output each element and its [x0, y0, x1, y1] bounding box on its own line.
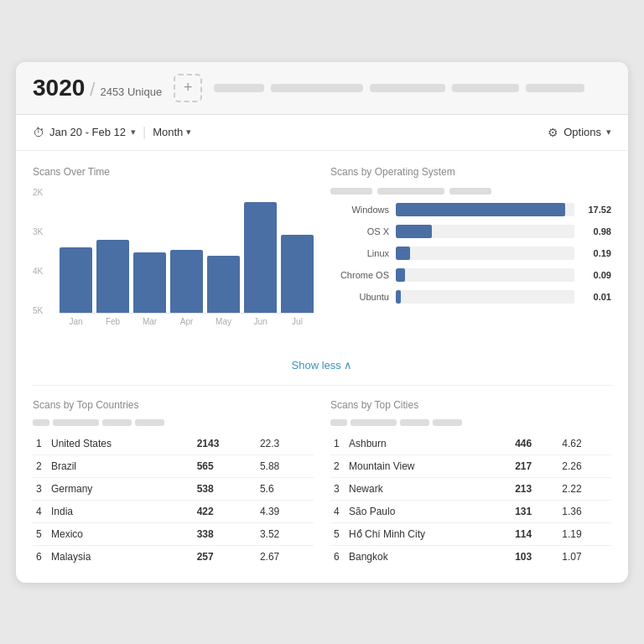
os-legend-pill-2 — [377, 188, 444, 195]
cities-hpill-4 — [433, 419, 462, 426]
pct-cell: 4.39 — [257, 500, 314, 522]
table-row: 1 United States 2143 22.3 — [33, 433, 314, 455]
os-bar-fill — [396, 203, 565, 216]
bar-rect — [170, 250, 203, 313]
rank-cell: 4 — [33, 500, 48, 522]
count-cell: 103 — [512, 545, 558, 568]
os-value: 0.98 — [581, 226, 611, 236]
tables-row: Scans by Top Countries 1 United States 2… — [33, 399, 611, 568]
scans-over-time-title: Scans Over Time — [33, 166, 314, 178]
countries-hpill-1 — [33, 419, 49, 426]
os-value: 17.52 — [581, 205, 611, 215]
pct-cell: 2.26 — [558, 454, 611, 477]
os-row: Windows 17.52 — [330, 203, 611, 216]
rank-cell: 2 — [33, 454, 48, 477]
name-cell: Mexico — [48, 522, 194, 545]
countries-hpill-4 — [135, 419, 164, 426]
rank-cell: 6 — [33, 545, 48, 568]
os-bar-track — [396, 268, 574, 282]
os-legend-pill-1 — [330, 188, 372, 195]
count-cell: 217 — [512, 454, 558, 477]
pct-cell: 1.19 — [558, 522, 611, 545]
os-value: 0.01 — [581, 292, 611, 302]
bar-item — [207, 188, 240, 313]
rank-cell: 4 — [330, 500, 345, 522]
granularity-filter[interactable]: Month ▾ — [153, 126, 191, 138]
unique-scans: 2453 Unique — [100, 86, 162, 98]
rank-cell: 6 — [330, 545, 345, 568]
count-cell: 131 — [512, 500, 558, 522]
date-range-filter[interactable]: ⏱ Jan 20 - Feb 12 ▾ — [33, 126, 136, 139]
scans-by-os-chart: Scans by Operating System Windows 17.52 … — [330, 166, 611, 339]
countries-title: Scans by Top Countries — [33, 399, 314, 411]
bar-rect — [96, 240, 129, 313]
table-row: 2 Brazil 565 5.88 — [33, 454, 314, 477]
table-row: 2 Mountain View 217 2.26 — [330, 454, 611, 477]
pct-cell: 1.07 — [558, 545, 611, 568]
bar-item — [244, 188, 277, 313]
os-row: OS X 0.98 — [330, 225, 611, 238]
header: 3020 / 2453 Unique + — [16, 62, 628, 115]
name-cell: Hồ Chí Minh City — [345, 522, 512, 545]
os-label: OS X — [330, 226, 389, 236]
bar-item — [60, 188, 92, 313]
table-row: 5 Hồ Chí Minh City 114 1.19 — [330, 522, 611, 545]
table-row: 4 São Paulo 131 1.36 — [330, 500, 611, 522]
granularity-label: Month — [153, 126, 183, 138]
bar-x-label: Mar — [133, 317, 166, 326]
scans-over-time-chart: Scans Over Time 5K 4K 3K 2K JanFebMarApr… — [33, 166, 314, 339]
count-cell: 446 — [512, 433, 558, 455]
add-button[interactable]: + — [174, 74, 202, 102]
pct-cell: 22.3 — [257, 433, 314, 455]
bar-x-label: Apr — [170, 317, 203, 326]
name-cell: Brazil — [48, 454, 194, 477]
os-row: Linux 0.19 — [330, 247, 611, 260]
filter-bar: ⏱ Jan 20 - Feb 12 ▾ | Month ▾ ⚙ Options … — [16, 115, 628, 151]
total-scans: 3020 — [33, 75, 85, 101]
date-range-label: Jan 20 - Feb 12 — [49, 126, 126, 138]
main-content: Scans Over Time 5K 4K 3K 2K JanFebMarApr… — [16, 151, 628, 583]
bar-x-labels: JanFebMarAprMayJunJul — [60, 317, 314, 326]
os-bar-track — [396, 225, 574, 238]
header-stat: 3020 / 2453 Unique — [33, 75, 162, 101]
table-row: 3 Newark 213 2.22 — [330, 477, 611, 500]
os-value: 0.09 — [581, 270, 611, 280]
name-cell: United States — [48, 433, 194, 455]
name-cell: Mountain View — [345, 454, 512, 477]
os-legend — [330, 188, 611, 195]
main-card: 3020 / 2453 Unique + ⏱ Jan 20 - Feb 12 ▾… — [16, 62, 628, 583]
name-cell: Newark — [345, 477, 512, 500]
bar-item — [133, 188, 166, 313]
options-button[interactable]: ⚙ Options ▾ — [548, 126, 611, 139]
os-bar-track — [396, 247, 574, 260]
os-bar-fill — [396, 225, 432, 238]
scans-by-os-title: Scans by Operating System — [330, 166, 611, 178]
bar-item — [170, 188, 203, 313]
countries-table: 1 United States 2143 22.3 2 Brazil 565 5… — [33, 433, 314, 568]
rank-cell: 1 — [33, 433, 48, 455]
pct-cell: 1.36 — [558, 500, 611, 522]
divider — [33, 385, 611, 386]
bar-x-label: Jun — [244, 317, 277, 326]
pct-cell: 5.6 — [257, 477, 314, 500]
rank-cell: 3 — [33, 477, 48, 500]
show-less-button[interactable]: Show less ∧ — [33, 352, 611, 385]
os-bar-fill — [396, 268, 405, 282]
name-cell: Malaysia — [48, 545, 194, 568]
count-cell: 565 — [194, 454, 257, 477]
os-bar-fill — [396, 290, 401, 304]
countries-hpill-3 — [102, 419, 132, 426]
rank-cell: 3 — [330, 477, 345, 500]
bar-area — [60, 188, 314, 314]
bar-item — [281, 188, 314, 313]
name-cell: Germany — [48, 477, 194, 500]
options-chevron-icon: ▾ — [606, 127, 611, 138]
y-label-4k: 4K — [33, 267, 43, 276]
pct-cell: 4.62 — [558, 433, 611, 455]
bar-item — [96, 188, 129, 313]
table-row: 6 Malaysia 257 2.67 — [33, 545, 314, 568]
name-cell: India — [48, 500, 194, 522]
os-label: Ubuntu — [330, 292, 389, 302]
os-row: Chrome OS 0.09 — [330, 268, 611, 282]
header-pills — [214, 84, 611, 92]
